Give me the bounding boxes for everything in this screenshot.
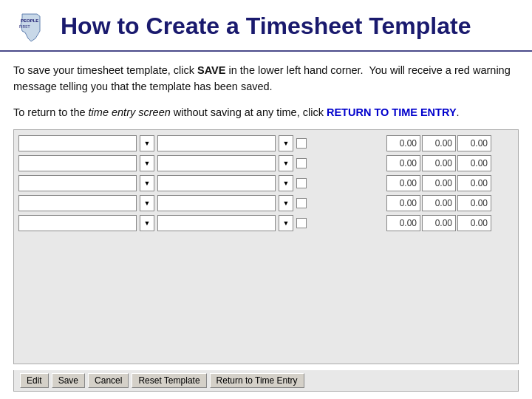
task-dropdown-2[interactable]: ▼ [279, 155, 293, 171]
task-input-1[interactable] [157, 135, 276, 151]
task-dropdown-3[interactable]: ▼ [279, 175, 293, 191]
val3-5: 0.00 [457, 215, 491, 231]
val3-1: 0.00 [457, 135, 491, 151]
table-row: ▼ ▼ 0.00 0.00 0.00 [18, 154, 514, 172]
task-dropdown-1[interactable]: ▼ [279, 135, 293, 151]
logo-icon: PEOPLE FIRST [15, 10, 47, 43]
end-spacer-1 [493, 135, 514, 151]
svg-text:FIRST: FIRST [19, 24, 30, 29]
logo-area: PEOPLE FIRST [12, 10, 50, 43]
save-button[interactable]: Save [52, 373, 85, 388]
reset-template-button[interactable]: Reset Template [132, 373, 206, 388]
job-dropdown-5[interactable]: ▼ [140, 215, 154, 231]
svg-text:PEOPLE: PEOPLE [21, 18, 38, 23]
val3-2: 0.00 [457, 155, 491, 171]
task-input-3[interactable] [157, 175, 276, 191]
edit-button[interactable]: Edit [20, 373, 49, 388]
job-input-2[interactable] [18, 155, 137, 171]
job-dropdown-4[interactable]: ▼ [140, 195, 154, 211]
checkbox-2[interactable] [296, 158, 307, 168]
task-dropdown-5[interactable]: ▼ [279, 215, 293, 231]
table-row: ▼ ▼ 0.00 0.00 0.00 [18, 174, 514, 192]
end-spacer-4 [493, 195, 514, 211]
val2-4: 0.00 [422, 195, 456, 211]
content-area: To save your timesheet template, click S… [0, 52, 532, 399]
values-5: 0.00 0.00 0.00 [386, 215, 514, 231]
table-row: ▼ ▼ 0.00 0.00 0.00 [18, 194, 514, 212]
timesheet-rows: ▼ ▼ 0.00 0.00 0.00 ▼ [18, 134, 514, 232]
task-input-2[interactable] [157, 155, 276, 171]
checkbox-3[interactable] [296, 178, 307, 188]
val2-5: 0.00 [422, 215, 456, 231]
val1-4: 0.00 [386, 195, 420, 211]
task-input-4[interactable] [157, 195, 276, 211]
button-bar: Edit Save Cancel Reset Template Return t… [13, 370, 519, 392]
end-spacer-2 [493, 155, 514, 171]
job-input-1[interactable] [18, 135, 137, 151]
page-title: How to Create a Timesheet Template [61, 13, 471, 39]
job-input-4[interactable] [18, 195, 137, 211]
values-2: 0.00 0.00 0.00 [386, 155, 514, 171]
table-row: ▼ ▼ 0.00 0.00 0.00 [18, 214, 514, 232]
values-4: 0.00 0.00 0.00 [386, 195, 514, 211]
val1-1: 0.00 [386, 135, 420, 151]
checkbox-5[interactable] [296, 218, 307, 228]
return-to-time-entry-button[interactable]: Return to Time Entry [210, 373, 304, 388]
val2-3: 0.00 [422, 175, 456, 191]
header: PEOPLE FIRST How to Create a Timesheet T… [0, 0, 532, 52]
task-input-5[interactable] [157, 215, 276, 231]
job-input-3[interactable] [18, 175, 137, 191]
val2-1: 0.00 [422, 135, 456, 151]
timesheet-area: ▼ ▼ 0.00 0.00 0.00 ▼ [13, 129, 519, 364]
end-spacer-5 [493, 215, 514, 231]
val2-2: 0.00 [422, 155, 456, 171]
val1-3: 0.00 [386, 175, 420, 191]
paragraph1: To save your timesheet template, click S… [13, 62, 519, 95]
task-dropdown-4[interactable]: ▼ [279, 195, 293, 211]
val3-4: 0.00 [457, 195, 491, 211]
job-dropdown-1[interactable]: ▼ [140, 135, 154, 151]
values-1: 0.00 0.00 0.00 [386, 135, 514, 151]
paragraph2: To return to the time entry screen witho… [13, 104, 519, 120]
return-link-text: RETURN TO TIME ENTRY [327, 106, 457, 118]
checkbox-4[interactable] [296, 198, 307, 208]
val3-3: 0.00 [457, 175, 491, 191]
checkbox-1[interactable] [296, 138, 307, 149]
job-input-5[interactable] [18, 215, 137, 231]
cancel-button[interactable]: Cancel [88, 373, 129, 388]
job-dropdown-2[interactable]: ▼ [140, 155, 154, 171]
job-dropdown-3[interactable]: ▼ [140, 175, 154, 191]
end-spacer-3 [493, 175, 514, 191]
val1-5: 0.00 [386, 215, 420, 231]
table-row: ▼ ▼ 0.00 0.00 0.00 [18, 134, 514, 152]
val1-2: 0.00 [386, 155, 420, 171]
page-container: PEOPLE FIRST How to Create a Timesheet T… [0, 0, 532, 399]
values-3: 0.00 0.00 0.00 [386, 175, 514, 191]
